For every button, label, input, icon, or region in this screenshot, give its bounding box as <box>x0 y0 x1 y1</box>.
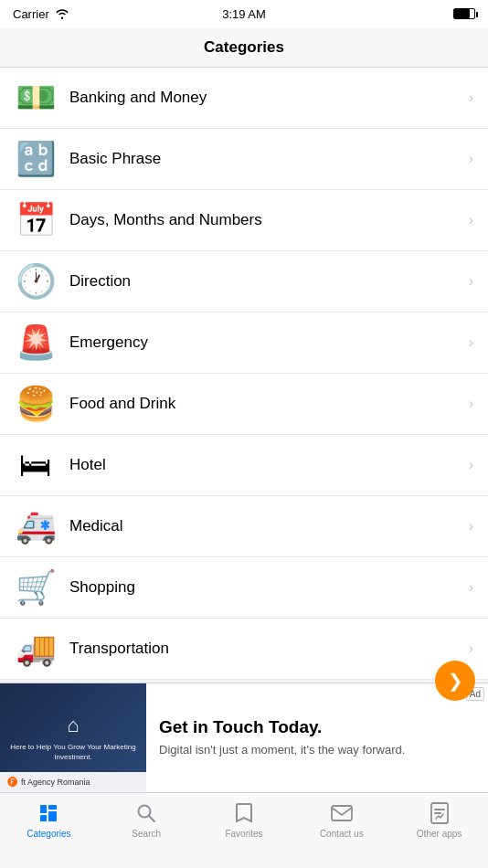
list-item-emergency[interactable]: 🚨Emergency› <box>0 312 488 374</box>
banking-icon: 💵 <box>15 77 57 119</box>
search-tab-label: Search <box>132 829 161 839</box>
list-item-basic-phrase[interactable]: 🔡Basic Phrase› <box>0 129 488 190</box>
list-item-direction[interactable]: 🕐Direction› <box>0 251 488 312</box>
svg-rect-6 <box>332 806 352 820</box>
categories-tab-icon <box>36 800 61 826</box>
transportation-label: Transportation <box>69 640 469 658</box>
banking-chevron-icon: › <box>469 90 473 106</box>
categories-list[interactable]: 💵Banking and Money›🔡Basic Phrase›📅Days, … <box>0 68 488 683</box>
food-drink-label: Food and Drink <box>69 395 469 413</box>
categories-tab-label: Categories <box>27 829 70 839</box>
battery-icon <box>453 8 475 19</box>
list-item-banking[interactable]: 💵Banking and Money› <box>0 68 488 129</box>
list-item-shopping[interactable]: 🛒Shopping› <box>0 557 488 619</box>
ad-content: Get in Touch Today. Digital isn't just a… <box>146 683 488 792</box>
favorites-tab-label: Favorites <box>225 829 262 839</box>
svg-rect-2 <box>48 805 57 810</box>
basic-phrase-label: Basic Phrase <box>69 150 469 168</box>
direction-icon: 🕐 <box>15 260 57 302</box>
tab-contact[interactable]: Contact us <box>292 800 390 839</box>
emergency-icon: 🚨 <box>15 322 57 364</box>
favorites-tab-icon <box>231 800 257 826</box>
list-item-transportation[interactable]: 🚚Transportation› <box>0 619 488 680</box>
shopping-icon: 🛒 <box>15 566 57 609</box>
agency-row: 🅕 ft Agency Romania <box>0 772 146 792</box>
tab-bar: Categories Search Favorites Contact us O… <box>0 792 488 868</box>
direction-chevron-icon: › <box>469 273 473 290</box>
direction-label: Direction <box>69 272 469 291</box>
transportation-icon: 🚚 <box>15 628 57 670</box>
transportation-chevron-icon: › <box>469 640 473 657</box>
tab-other-apps[interactable]: Other apps <box>390 800 488 839</box>
days-months-label: Days, Months and Numbers <box>69 211 469 229</box>
basic-phrase-chevron-icon: › <box>469 151 473 167</box>
list-item-medical[interactable]: 🚑Medical› <box>0 496 488 557</box>
contact-tab-label: Contact us <box>320 829 364 839</box>
search-tab-icon <box>133 800 159 826</box>
tab-search[interactable]: Search <box>98 800 196 839</box>
svg-rect-0 <box>40 805 47 813</box>
list-item-hotel[interactable]: 🛏Hotel› <box>0 435 488 496</box>
time-label: 3:19 AM <box>222 7 266 21</box>
list-item-days-months[interactable]: 📅Days, Months and Numbers› <box>0 190 488 251</box>
ad-cta-button[interactable]: ❯ <box>435 661 475 701</box>
agency-name: ft Agency Romania <box>21 778 90 787</box>
shopping-chevron-icon: › <box>469 579 473 596</box>
emergency-label: Emergency <box>69 333 469 352</box>
tab-categories[interactable]: Categories <box>0 800 98 839</box>
other-apps-tab-icon <box>427 800 452 826</box>
food-drink-chevron-icon: › <box>469 396 473 412</box>
list-item-food-drink[interactable]: 🍔Food and Drink› <box>0 374 488 435</box>
days-months-chevron-icon: › <box>469 212 473 228</box>
medical-chevron-icon: › <box>469 518 473 535</box>
hotel-icon: 🛏 <box>15 444 57 486</box>
svg-rect-1 <box>40 815 47 821</box>
medical-label: Medical <box>69 517 469 535</box>
svg-line-5 <box>149 816 154 821</box>
svg-rect-3 <box>48 811 57 821</box>
tab-favorites[interactable]: Favorites <box>196 800 293 839</box>
ad-subtitle: Digital isn't just a moment, it's the wa… <box>159 743 475 758</box>
nav-bar: Categories <box>0 27 488 68</box>
ad-title: Get in Touch Today. <box>159 717 475 738</box>
status-left: Carrier <box>13 7 69 21</box>
contact-tab-icon <box>329 800 355 826</box>
page-title: Categories <box>204 38 284 57</box>
ad-image-text: Here to Help You Grow Your Marketing Inv… <box>9 743 137 762</box>
other-apps-tab-label: Other apps <box>417 829 461 839</box>
shopping-label: Shopping <box>69 578 469 597</box>
days-months-icon: 📅 <box>15 199 57 241</box>
basic-phrase-icon: 🔡 <box>15 138 57 180</box>
hotel-chevron-icon: › <box>469 457 473 473</box>
ad-house-icon: ⌂ <box>67 714 79 737</box>
status-right <box>453 8 475 19</box>
status-bar: Carrier 3:19 AM <box>0 0 488 27</box>
emergency-chevron-icon: › <box>469 334 473 351</box>
carrier-label: Carrier <box>13 7 49 21</box>
hotel-label: Hotel <box>69 456 469 474</box>
medical-icon: 🚑 <box>15 505 57 547</box>
food-drink-icon: 🍔 <box>15 383 57 425</box>
agency-logo-icon: 🅕 <box>7 777 17 788</box>
wifi-icon <box>55 8 69 19</box>
banking-label: Banking and Money <box>69 89 469 107</box>
list-container: 💵Banking and Money›🔡Basic Phrase›📅Days, … <box>0 68 488 680</box>
